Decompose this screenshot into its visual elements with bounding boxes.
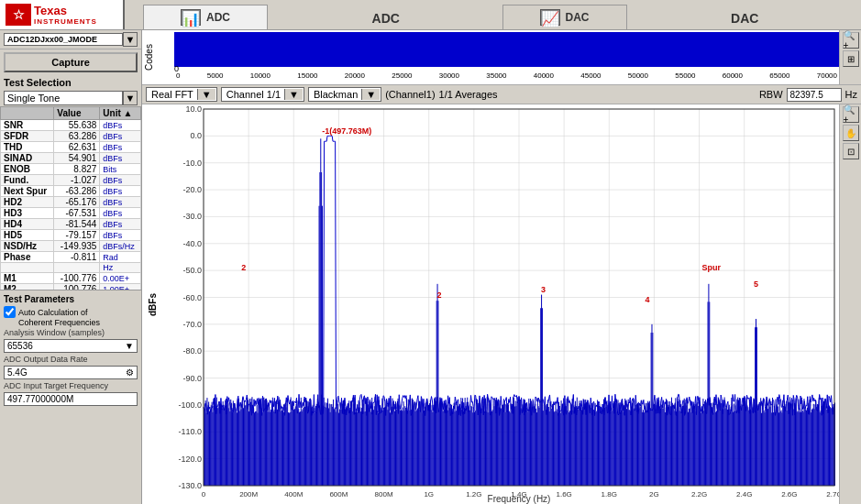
x-tick-8: 40000 (534, 71, 554, 84)
fft-y-axis-label: dBFs (148, 293, 158, 316)
metric-value: -149.935 (54, 241, 100, 252)
x-tick-9: 45000 (580, 71, 601, 84)
metric-name (1, 263, 54, 273)
tab-adc[interactable]: 📊 ADC (143, 5, 268, 29)
analysis-window-val: 65536 (7, 341, 125, 351)
adc-bar-area: Codes 4095 0 0 5000 10000 15000 20000 25… (142, 30, 861, 85)
metric-value: -63.286 (54, 186, 100, 197)
coherent-label: Coherent Frequencies (4, 318, 138, 327)
fft-fit-btn[interactable]: ⊡ (843, 143, 859, 159)
metric-unit: Hz (100, 263, 141, 273)
metric-value: -65.176 (54, 197, 100, 208)
metric-unit: dBFs (100, 230, 141, 241)
adc-input-freq-val: 497.77000000M (7, 394, 73, 404)
rbw-label: RBW (759, 89, 783, 100)
x-tick-13: 65000 (769, 71, 789, 84)
metric-unit: dBFs (100, 120, 141, 131)
metrics-row: Hz (1, 263, 141, 273)
gear-icon[interactable]: ⚙ (126, 367, 134, 378)
test-params-title: Test Parameters (4, 292, 138, 306)
capture-button[interactable]: Capture (4, 52, 138, 72)
adc-y-label: Codes (142, 30, 174, 84)
channel-value: Channel 1/1 (223, 89, 284, 100)
metric-name: ENOB (1, 164, 54, 175)
x-tick-7: 35000 (486, 71, 506, 84)
window-arrow[interactable]: ▼ (361, 89, 380, 100)
x-tick-4: 20000 (345, 71, 365, 84)
adc-x-axis: 0 5000 10000 15000 20000 25000 30000 350… (174, 71, 839, 84)
metric-value: 63.286 (54, 131, 100, 142)
adc-output-label: ADC Output Data Rate (4, 354, 138, 365)
adc-zoom-btn[interactable]: 🔍+ (843, 32, 859, 49)
analysis-window-value: 65536 ▼ (4, 339, 138, 353)
x-tick-1: 5000 (207, 71, 224, 84)
device-dropdown-arrow[interactable]: ▼ (123, 32, 138, 47)
x-tick-14: 70000 (817, 71, 837, 84)
test-selection-value: Single Tone (4, 91, 123, 105)
device-name: ADC12DJxx00_JMODE (4, 33, 123, 46)
header: ☆ Texas INSTRUMENTS 📊 ADC ADC 📈 DAC DAC (0, 0, 861, 30)
ti-name: Texas (34, 4, 97, 17)
metric-value: 62.631 (54, 142, 100, 153)
metrics-row: HD2-65.176dBFs (1, 197, 141, 208)
channel-dropdown[interactable]: Channel 1/1 ▼ (221, 87, 304, 102)
metric-value (54, 263, 100, 273)
metric-value: 54.901 (54, 153, 100, 164)
ti-logo: ☆ Texas INSTRUMENTS (0, 0, 125, 29)
x-tick-5: 25000 (392, 71, 412, 84)
analysis-window-label: Analysis Window (samples) (4, 327, 138, 338)
fft-toolbar: 🔍+ ✋ ⊡ (839, 104, 861, 504)
metric-unit: Rad (100, 252, 141, 263)
fft-type-arrow[interactable]: ▼ (197, 89, 215, 100)
dac-tab-center: DAC (629, 11, 862, 29)
metric-unit: dBFs (100, 142, 141, 153)
metric-value: 55.638 (54, 120, 100, 131)
fft-type-dropdown[interactable]: Real FFT ▼ (146, 87, 217, 102)
adc-fit-btn[interactable]: ⊞ (843, 50, 859, 67)
col-header-unit: Unit ▲ (100, 107, 141, 120)
fft-zoom-btn[interactable]: 🔍+ (843, 106, 859, 123)
hz-label: Hz (845, 89, 857, 100)
adc-tab-center: ADC (270, 11, 502, 29)
metrics-row: Next Spur-63.286dBFs (1, 186, 141, 197)
tab-dac-label: DAC (566, 11, 590, 24)
metric-unit: dBFs (100, 175, 141, 186)
metrics-row: Fund.-1.027dBFs (1, 175, 141, 186)
x-tick-11: 55000 (675, 71, 695, 84)
tabs-area: 📊 ADC ADC 📈 DAC DAC (125, 0, 861, 29)
window-value: Blackman (310, 89, 361, 100)
device-select-row: ADC12DJxx00_JMODE ▼ (0, 30, 141, 49)
tab-dac[interactable]: 📈 DAC (502, 5, 627, 29)
metrics-row: Phase-0.811Rad (1, 252, 141, 263)
metrics-row: NSD/Hz-149.935dBFs/Hz (1, 241, 141, 252)
rbw-input[interactable] (787, 88, 842, 102)
metrics-row: M1-100.7760.00E+ (1, 273, 141, 284)
x-tick-0: 0 (176, 71, 180, 84)
metrics-table: Value Unit ▲ SNR55.638dBFsSFDR63.286dBFs… (0, 106, 141, 290)
col-header-value: Value (54, 107, 100, 120)
fft-hand-btn[interactable]: ✋ (843, 125, 859, 141)
auto-calc-row: Auto Calculation of (4, 306, 138, 318)
auto-calc-checkbox[interactable] (4, 306, 16, 318)
x-tick-3: 15000 (297, 71, 317, 84)
analysis-window-arrow[interactable]: ▼ (125, 341, 134, 351)
metric-name: HD4 (1, 219, 54, 230)
fft-canvas[interactable] (162, 104, 839, 504)
window-dropdown[interactable]: Blackman ▼ (308, 87, 381, 102)
adc-input-freq-value: 497.77000000M (4, 392, 138, 406)
test-selection-arrow[interactable]: ▼ (123, 91, 138, 105)
metrics-area: Value Unit ▲ SNR55.638dBFsSFDR63.286dBFs… (0, 106, 141, 290)
ti-sub: INSTRUMENTS (34, 17, 97, 26)
test-params: Test Parameters Auto Calculation of Cohe… (0, 290, 141, 409)
col-header-name (1, 107, 54, 120)
x-tick-2: 10000 (250, 71, 270, 84)
metric-value: -81.544 (54, 219, 100, 230)
channel-arrow[interactable]: ▼ (284, 89, 303, 100)
controls-row: Real FFT ▼ Channel 1/1 ▼ Blackman ▼ (Cha… (142, 85, 861, 104)
metric-name: Phase (1, 252, 54, 263)
metric-unit: dBFs (100, 186, 141, 197)
left-panel: ADC12DJxx00_JMODE ▼ Capture Test Selecti… (0, 30, 142, 504)
chart-area: Codes 4095 0 0 5000 10000 15000 20000 25… (142, 30, 861, 504)
metric-name: HD2 (1, 197, 54, 208)
metrics-row: HD3-67.531dBFs (1, 208, 141, 219)
